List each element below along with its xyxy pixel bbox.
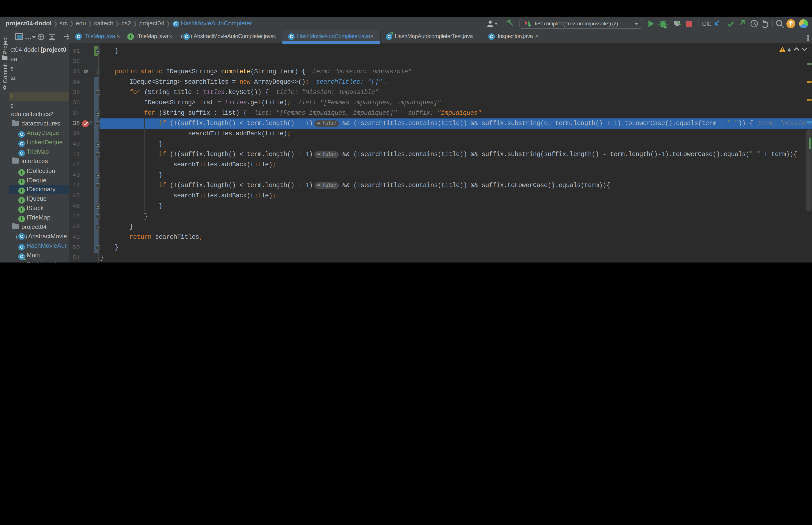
svg-text:Git:: Git: [702, 20, 711, 27]
svg-text:Test complete("mission: imposs: Test complete("mission: impossible") (2) [534, 21, 618, 27]
svg-text:4: 4 [787, 46, 791, 53]
